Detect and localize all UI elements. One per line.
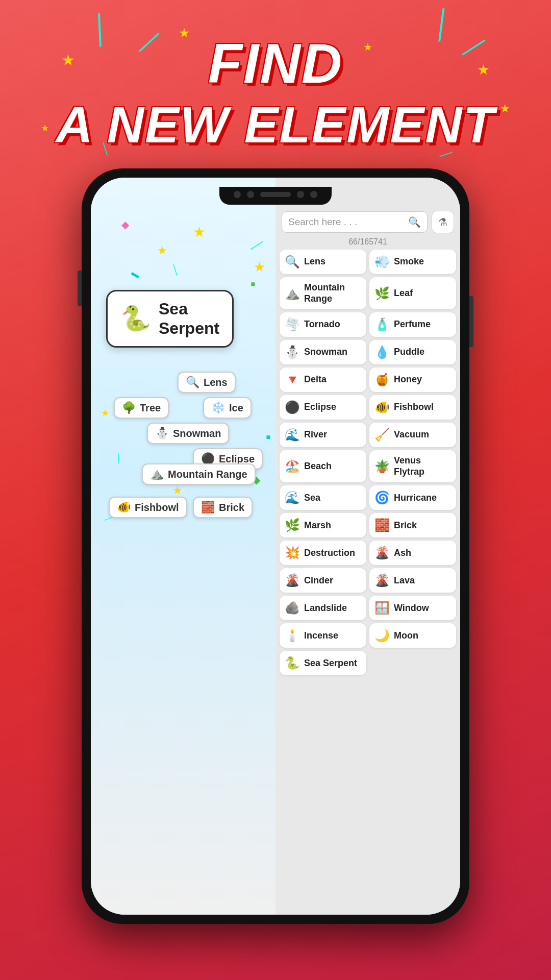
element-row-10: 🌿 Marsh 🧱 Brick bbox=[280, 513, 456, 537]
phone-button-left bbox=[78, 271, 82, 306]
element-item-vacuum[interactable]: 🧹 Vacuum bbox=[369, 423, 456, 447]
element-item-window[interactable]: 🪟 Window bbox=[369, 596, 456, 620]
element-name-honey: Honey bbox=[394, 374, 422, 385]
count-label: 66/165741 bbox=[276, 236, 460, 250]
chip-ice: ❄️ Ice bbox=[203, 397, 252, 419]
element-item-hurricane[interactable]: 🌀 Hurricane bbox=[369, 485, 456, 510]
phone-screen: ★ ★ ★ ◆ ▬ ■ ╱ ╱ ★ ■ ╱ ◆ ★ ╱ 🐍 SeaSerpent bbox=[91, 178, 460, 915]
element-emoji-window: 🪟 bbox=[374, 601, 390, 615]
element-row-3: 🌪️ Tornado 🧴 Perfume bbox=[280, 312, 456, 337]
element-name-destruction: Destruction bbox=[304, 548, 355, 559]
result-card-name: SeaSerpent bbox=[159, 299, 219, 338]
right-panel: Search here . . . 🔍 ⚗ 66/165741 🔍 Lens bbox=[276, 178, 460, 915]
element-item-ash[interactable]: 🌋 Ash bbox=[369, 541, 456, 565]
chip-tree-label: Tree bbox=[140, 402, 161, 414]
element-item-river[interactable]: 🌊 River bbox=[280, 423, 366, 447]
filter-button[interactable]: ⚗ bbox=[432, 211, 454, 233]
title-area: FIND A NEW ELEMENT bbox=[0, 31, 551, 154]
element-item-perfume[interactable]: 🧴 Perfume bbox=[369, 312, 456, 337]
camera-dot-3 bbox=[297, 191, 304, 198]
element-emoji-leaf: 🌿 bbox=[374, 286, 390, 301]
element-name-landslide: Landslide bbox=[304, 603, 347, 614]
element-name-fishbowl: Fishbowl bbox=[394, 402, 434, 413]
element-name-vacuum: Vacuum bbox=[394, 429, 429, 440]
element-item-fishbowl[interactable]: 🐠 Fishbowl bbox=[369, 395, 456, 420]
search-icon[interactable]: 🔍 bbox=[408, 216, 421, 228]
element-name-leaf: Leaf bbox=[394, 288, 413, 299]
chip-brick: 🧱 Brick bbox=[193, 497, 253, 518]
element-row-12: 🌋 Cinder 🌋 Lava bbox=[280, 568, 456, 593]
element-item-brick[interactable]: 🧱 Brick bbox=[369, 513, 456, 537]
element-item-lava[interactable]: 🌋 Lava bbox=[369, 568, 456, 593]
left-panel: ★ ★ ★ ◆ ▬ ■ ╱ ╱ ★ ■ ╱ ◆ ★ ╱ 🐍 SeaSerpent bbox=[91, 178, 276, 915]
element-emoji-puddle: 💧 bbox=[374, 345, 390, 359]
element-emoji-brick: 🧱 bbox=[374, 518, 390, 532]
element-name-perfume: Perfume bbox=[394, 319, 431, 330]
element-row-4: ⛄ Snowman 💧 Puddle bbox=[280, 340, 456, 364]
element-item-moon[interactable]: 🌙 Moon bbox=[369, 623, 456, 648]
element-emoji-honey: 🍯 bbox=[374, 373, 390, 387]
element-row-9: 🌊 Sea 🌀 Hurricane bbox=[280, 485, 456, 510]
chip-tree: 🌳 Tree bbox=[114, 397, 169, 419]
element-name-moon: Moon bbox=[394, 630, 418, 642]
element-item-honey[interactable]: 🍯 Honey bbox=[369, 368, 456, 392]
element-item-eclipse[interactable]: ⚫ Eclipse bbox=[280, 395, 366, 420]
element-name-ash: Ash bbox=[394, 548, 411, 559]
title-line2: A NEW ELEMENT bbox=[0, 95, 551, 154]
element-item-sea[interactable]: 🌊 Sea bbox=[280, 485, 366, 510]
element-item-destruction[interactable]: 💥 Destruction bbox=[280, 541, 366, 565]
element-name-brick: Brick bbox=[394, 520, 417, 531]
element-list[interactable]: 🔍 Lens 💨 Smoke ⛰️ Mountain Range bbox=[276, 250, 460, 915]
element-row-2: ⛰️ Mountain Range 🌿 Leaf bbox=[280, 277, 456, 309]
element-item-smoke[interactable]: 💨 Smoke bbox=[369, 250, 456, 274]
chip-lens-label: Lens bbox=[204, 377, 228, 388]
element-emoji-vacuum: 🧹 bbox=[374, 428, 390, 442]
element-name-sea-serpent: Sea Serpent bbox=[304, 658, 357, 669]
element-item-marsh[interactable]: 🌿 Marsh bbox=[280, 513, 366, 537]
element-name-puddle: Puddle bbox=[394, 347, 424, 358]
chip-ice-emoji: ❄️ bbox=[211, 401, 225, 414]
chip-mountain-range-label: Mountain Range bbox=[168, 469, 247, 480]
element-name-eclipse: Eclipse bbox=[304, 402, 336, 413]
element-name-marsh: Marsh bbox=[304, 520, 331, 531]
element-name-delta: Delta bbox=[304, 374, 327, 385]
element-item-tornado[interactable]: 🌪️ Tornado bbox=[280, 312, 366, 337]
chip-mountain-range-emoji: ⛰️ bbox=[150, 468, 164, 481]
element-emoji-beach: 🏖️ bbox=[285, 459, 300, 474]
element-emoji-perfume: 🧴 bbox=[374, 317, 390, 332]
element-item-sea-serpent[interactable]: 🐍 Sea Serpent bbox=[280, 651, 366, 675]
element-row-13: 🪨 Landslide 🪟 Window bbox=[280, 596, 456, 620]
element-item-puddle[interactable]: 💧 Puddle bbox=[369, 340, 456, 364]
element-name-sea: Sea bbox=[304, 493, 320, 504]
element-emoji-sea-serpent: 🐍 bbox=[285, 656, 300, 670]
element-item-mountain-range[interactable]: ⛰️ Mountain Range bbox=[280, 277, 366, 309]
element-item-delta[interactable]: 🔻 Delta bbox=[280, 368, 366, 392]
element-item-incense[interactable]: 🕯️ Incense bbox=[280, 623, 366, 648]
element-emoji-destruction: 💥 bbox=[285, 546, 300, 560]
chip-fishbowl-label: Fishbowl bbox=[135, 502, 179, 513]
element-emoji-delta: 🔻 bbox=[285, 373, 300, 387]
element-item-beach[interactable]: 🏖️ Beach bbox=[280, 450, 366, 482]
element-name-beach: Beach bbox=[304, 461, 332, 472]
element-name-mountain-range: Mountain Range bbox=[304, 282, 361, 304]
element-row-5: 🔻 Delta 🍯 Honey bbox=[280, 368, 456, 392]
camera-bar bbox=[260, 192, 291, 197]
chip-snowman-emoji: ⛄ bbox=[155, 427, 169, 440]
element-name-lens: Lens bbox=[304, 256, 325, 267]
element-row-7: 🌊 River 🧹 Vacuum bbox=[280, 423, 456, 447]
element-item-snowman[interactable]: ⛄ Snowman bbox=[280, 340, 366, 364]
phone-frame: ★ ★ ★ ◆ ▬ ■ ╱ ╱ ★ ■ ╱ ◆ ★ ╱ 🐍 SeaSerpent bbox=[82, 168, 469, 924]
element-emoji-snowman: ⛄ bbox=[285, 345, 300, 359]
screen-content: ★ ★ ★ ◆ ▬ ■ ╱ ╱ ★ ■ ╱ ◆ ★ ╱ 🐍 SeaSerpent bbox=[91, 178, 460, 915]
element-item-lens[interactable]: 🔍 Lens bbox=[280, 250, 366, 274]
element-item-venus-flytrap[interactable]: 🪴 Venus Flytrap bbox=[369, 450, 456, 482]
element-emoji-moon: 🌙 bbox=[374, 628, 390, 643]
search-input-wrap[interactable]: Search here . . . 🔍 bbox=[282, 211, 428, 233]
element-item-cinder[interactable]: 🌋 Cinder bbox=[280, 568, 366, 593]
element-name-tornado: Tornado bbox=[304, 319, 340, 330]
element-name-hurricane: Hurricane bbox=[394, 493, 437, 504]
element-name-snowman: Snowman bbox=[304, 347, 347, 358]
element-item-landslide[interactable]: 🪨 Landslide bbox=[280, 596, 366, 620]
element-item-leaf[interactable]: 🌿 Leaf bbox=[369, 277, 456, 309]
element-emoji-incense: 🕯️ bbox=[285, 628, 300, 643]
